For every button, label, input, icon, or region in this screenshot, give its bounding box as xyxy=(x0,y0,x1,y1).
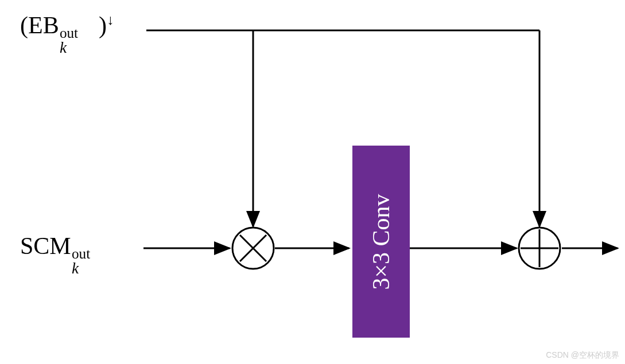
fam-diagram: (EBoutk )↓ SCMoutk 3×3 Conv xyxy=(0,0,625,364)
multiply-icon xyxy=(232,228,274,269)
flow-lines xyxy=(0,0,625,364)
watermark-text: CSDN @空杯的境界 xyxy=(546,350,619,361)
add-icon xyxy=(519,228,560,269)
